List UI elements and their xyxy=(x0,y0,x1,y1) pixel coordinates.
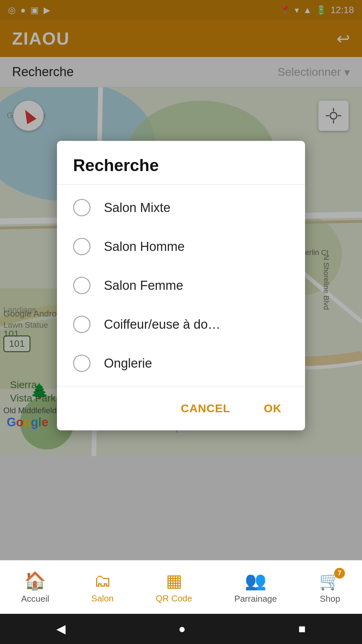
dialog-actions: CANCEL OK xyxy=(57,386,305,430)
nav-label-qrcode: QR Code xyxy=(156,593,192,604)
android-back-button[interactable]: ◀ xyxy=(56,622,66,636)
option-onglerie[interactable]: Onglerie xyxy=(57,344,305,383)
bottom-navigation: 🏠 Accueil 🗂 Salon ▦ QR Code 👥 Parrainage… xyxy=(0,560,362,614)
radio-coiffeur[interactable] xyxy=(73,316,90,333)
home-icon: 🏠 xyxy=(24,571,46,591)
nav-label-salon: Salon xyxy=(92,593,114,604)
shop-badge-container: 🛒 7 xyxy=(319,571,341,591)
radio-salon-femme[interactable] xyxy=(73,277,90,294)
option-label-salon-femme: Salon Femme xyxy=(104,278,183,293)
nav-label-accueil: Accueil xyxy=(21,594,49,604)
dialog-options-list: Salon Mixte Salon Homme Salon Femme Coif… xyxy=(57,185,305,386)
ok-button[interactable]: OK xyxy=(254,396,292,421)
option-salon-femme[interactable]: Salon Femme xyxy=(57,266,305,305)
option-salon-mixte[interactable]: Salon Mixte xyxy=(57,188,305,227)
nav-item-accueil[interactable]: 🏠 Accueil xyxy=(21,571,49,604)
cancel-button[interactable]: CANCEL xyxy=(171,396,240,421)
nav-item-shop[interactable]: 🛒 7 Shop xyxy=(319,571,341,604)
android-recents-button[interactable]: ■ xyxy=(298,622,306,636)
shop-badge-count: 7 xyxy=(334,568,345,579)
android-nav-bar: ◀ ● ■ xyxy=(0,614,362,644)
radio-salon-mixte[interactable] xyxy=(73,199,90,216)
parrainage-icon: 👥 xyxy=(245,571,266,591)
nav-item-parrainage[interactable]: 👥 Parrainage xyxy=(234,571,277,604)
search-dialog: Recherche Salon Mixte Salon Homme Salon … xyxy=(57,141,305,430)
radio-onglerie[interactable] xyxy=(73,355,90,372)
option-label-onglerie: Onglerie xyxy=(104,356,152,371)
option-label-coiffeur: Coiffeur/euse à do… xyxy=(104,317,221,332)
nav-item-salon[interactable]: 🗂 Salon xyxy=(92,571,114,604)
nav-label-parrainage: Parrainage xyxy=(234,594,277,604)
option-label-salon-mixte: Salon Mixte xyxy=(104,201,171,215)
nav-item-qrcode[interactable]: ▦ QR Code xyxy=(156,571,192,604)
qrcode-icon: ▦ xyxy=(166,571,182,591)
radio-salon-homme[interactable] xyxy=(73,238,90,255)
option-coiffeur[interactable]: Coiffeur/euse à do… xyxy=(57,305,305,344)
nav-label-shop: Shop xyxy=(320,594,340,604)
android-home-button[interactable]: ● xyxy=(178,622,186,636)
option-salon-homme[interactable]: Salon Homme xyxy=(57,227,305,266)
dialog-title: Recherche xyxy=(57,141,305,185)
option-label-salon-homme: Salon Homme xyxy=(104,239,185,254)
salon-icon: 🗂 xyxy=(94,571,111,591)
